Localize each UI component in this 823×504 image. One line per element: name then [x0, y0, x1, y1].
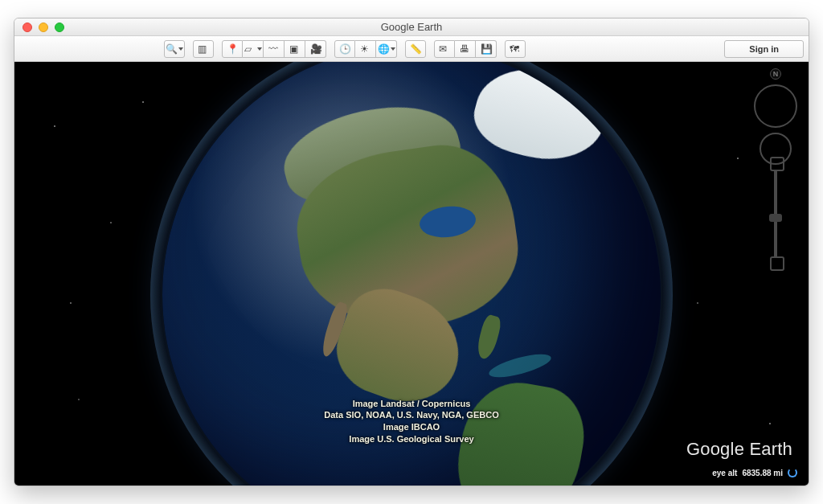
image-overlay-icon[interactable]: ▣: [285, 40, 305, 58]
attribution-line: Image Landsat / Copernicus: [324, 398, 498, 410]
loading-spinner-icon: [788, 468, 797, 477]
placemark-icon[interactable]: 📍: [222, 40, 243, 58]
globe[interactable]: [162, 62, 661, 486]
map-viewport[interactable]: Image Landsat / Copernicus Data SIO, NOA…: [14, 62, 809, 486]
eye-alt-value: 6835.88 mi: [742, 469, 783, 477]
landmass-baja: [319, 301, 350, 359]
zoom-slider[interactable]: [774, 170, 777, 258]
sunlight-icon[interactable]: ☀: [355, 40, 376, 58]
attribution-line: Image IBCAO: [324, 421, 498, 433]
watermark-brand: Google: [686, 439, 744, 459]
imagery-attribution: Image Landsat / Copernicus Data SIO, NOA…: [324, 398, 498, 445]
attribution-line: Data SIO, NOAA, U.S. Navy, NGA, GEBCO: [324, 409, 498, 421]
zoom-window-icon[interactable]: [55, 23, 64, 32]
toolbar: 🔍 ▥ 📍 ▱ 〰 ▣ 🎥 🕒 ☀ 🌐 📏 ✉ 🖶 💾: [14, 36, 809, 62]
toolbar-group-4: 🕒 ☀ 🌐: [334, 40, 397, 58]
attribution-line: Image U.S. Geological Survey: [324, 433, 498, 445]
toolbar-group-5: 📏: [405, 40, 426, 58]
navigation-controls: N: [754, 68, 797, 258]
panel-toggle-icon[interactable]: ▥: [193, 40, 214, 58]
toolbar-group-2: ▥: [193, 40, 214, 58]
zoom-thumb[interactable]: [769, 214, 782, 222]
view-maps-icon[interactable]: 🗺: [505, 40, 526, 58]
close-icon[interactable]: [23, 23, 32, 32]
save-image-icon[interactable]: 💾: [476, 40, 497, 58]
path-icon[interactable]: 〰: [264, 40, 285, 58]
earth-surface: [162, 62, 661, 486]
toolbar-group-6: ✉ 🖶 💾: [434, 40, 497, 58]
move-joystick[interactable]: [760, 133, 792, 165]
planet-icon[interactable]: 🌐: [376, 40, 397, 58]
print-icon[interactable]: 🖶: [455, 40, 476, 58]
landmass-florida: [474, 313, 502, 361]
historical-icon[interactable]: 🕒: [334, 40, 355, 58]
google-earth-watermark: Google Earth: [686, 439, 792, 460]
email-icon[interactable]: ✉: [434, 40, 455, 58]
ruler-icon[interactable]: 📏: [405, 40, 426, 58]
great-lakes: [417, 202, 478, 242]
landmass-canada: [275, 88, 469, 219]
landmass-south-america: [448, 374, 592, 486]
toolbar-group-1: 🔍: [164, 40, 185, 58]
watermark-product: Earth: [749, 439, 792, 459]
toolbar-group-3: 📍 ▱ 〰 ▣ 🎥: [222, 40, 326, 58]
search-icon[interactable]: 🔍: [164, 40, 185, 58]
status-eye-altitude: eye alt 6835.88 mi: [712, 468, 797, 477]
window-title: Google Earth: [14, 21, 809, 33]
record-tour-icon[interactable]: 🎥: [305, 40, 326, 58]
caribbean-shallows: [487, 350, 553, 382]
minimize-icon[interactable]: [39, 23, 48, 32]
window-controls: [14, 23, 64, 32]
landmass-usa: [288, 136, 527, 341]
compass-north-button[interactable]: N: [770, 68, 781, 80]
app-window: Google Earth 🔍 ▥ 📍 ▱ 〰 ▣ 🎥 🕒 ☀ 🌐 📏: [14, 18, 809, 486]
landmass-mexico: [325, 277, 473, 416]
eye-alt-label: eye alt: [712, 469, 737, 477]
titlebar: Google Earth: [14, 18, 809, 36]
atmosphere-glow: [150, 62, 673, 486]
polygon-icon[interactable]: ▱: [243, 40, 264, 58]
look-joystick[interactable]: [754, 84, 797, 128]
toolbar-group-7: 🗺: [505, 40, 526, 58]
landmass-greenland: [466, 62, 613, 174]
sign-in-button[interactable]: Sign in: [724, 40, 804, 58]
